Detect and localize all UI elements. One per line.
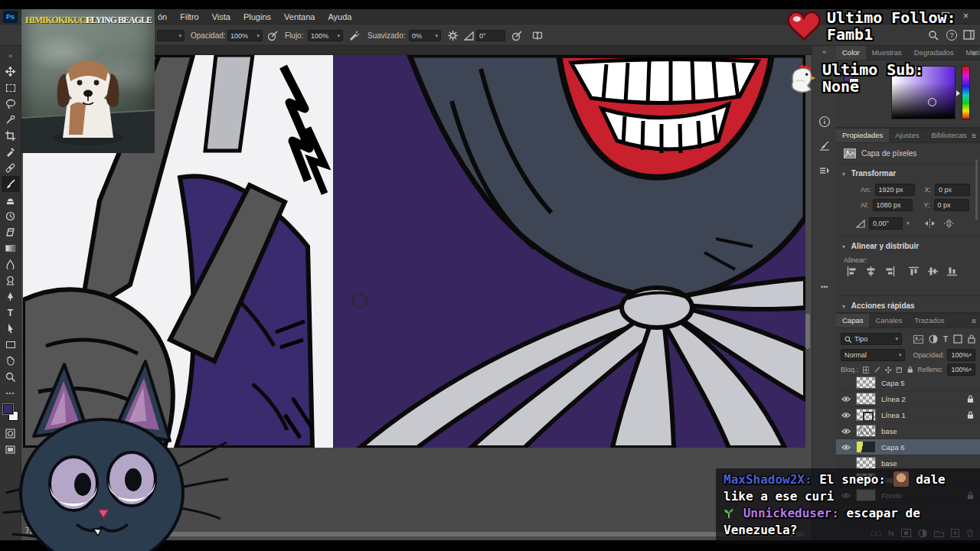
properties-scrollbar[interactable] xyxy=(975,159,978,220)
healing-brush-tool[interactable] xyxy=(2,160,20,176)
tab-ajustes[interactable]: Ajustes xyxy=(889,129,925,142)
pressure-opacity-icon[interactable] xyxy=(267,30,279,41)
brush-preset-dropdown[interactable]: ▾ xyxy=(157,30,185,41)
type-tool[interactable]: T xyxy=(2,305,20,321)
lasso-tool[interactable] xyxy=(2,96,20,112)
layer-row[interactable]: Capa 5 xyxy=(836,375,980,391)
eye-icon[interactable] xyxy=(841,428,851,435)
tab-muestras[interactable]: Muestras xyxy=(866,46,908,60)
chat-username[interactable]: MaxShadow2X: xyxy=(724,472,812,487)
canvas-vertical-scrollbar[interactable] xyxy=(805,314,810,349)
align-middle-v-icon[interactable] xyxy=(928,266,938,276)
smoothing-input[interactable]: 0%▾ xyxy=(409,30,441,41)
menu-item-ventana[interactable]: Ventana xyxy=(284,12,315,21)
history-brush-tool[interactable] xyxy=(2,208,20,224)
expand-panels-icon[interactable]: « xyxy=(822,48,826,56)
clone-stamp-tool[interactable] xyxy=(2,192,20,208)
color-picker-ring[interactable] xyxy=(928,98,936,106)
gradient-tool[interactable] xyxy=(2,240,20,256)
layer-row[interactable]: Línea 2 xyxy=(836,391,980,407)
menu-item-ayuda[interactable]: Ayuda xyxy=(328,12,351,21)
pressure-size-icon[interactable] xyxy=(511,30,523,41)
layer-filter-input[interactable]: Tipo ▾ xyxy=(841,333,902,345)
fill-input[interactable]: 100%▾ xyxy=(947,364,975,376)
lock-transparent-icon[interactable] xyxy=(863,366,869,374)
eye-icon[interactable] xyxy=(841,444,851,451)
path-select-tool[interactable] xyxy=(2,321,20,337)
flip-vertical-icon[interactable] xyxy=(944,219,954,228)
opacity-input[interactable]: 100%▾ xyxy=(227,30,263,41)
tab-bibliotecas[interactable]: Bibliotecas xyxy=(926,129,973,142)
align-bottom-icon[interactable] xyxy=(947,266,957,276)
close-window-button[interactable]: × xyxy=(963,12,969,20)
width-input[interactable]: 1920 px xyxy=(875,184,915,196)
brush-settings-panel-icon[interactable] xyxy=(818,140,831,152)
pen-tool[interactable] xyxy=(2,289,20,305)
lock-position-icon[interactable] xyxy=(885,366,891,374)
align-right-icon[interactable] xyxy=(885,266,895,276)
workspace-icon[interactable] xyxy=(963,30,975,40)
collapse-chevron-icon[interactable]: ▾ xyxy=(842,303,845,310)
filter-smart-icon[interactable] xyxy=(968,334,975,344)
marquee-tool[interactable] xyxy=(2,80,20,96)
align-top-icon[interactable] xyxy=(909,266,919,276)
airbrush-icon[interactable] xyxy=(348,30,360,41)
clone-source-panel-icon[interactable] xyxy=(818,165,831,177)
tab-motivos[interactable]: Motivos xyxy=(960,46,980,60)
blur-tool[interactable] xyxy=(2,256,20,272)
symmetry-butterfly-icon[interactable] xyxy=(531,30,544,41)
align-more-button[interactable]: ••• xyxy=(821,283,965,291)
chat-username[interactable]: Unnickeduser: xyxy=(743,506,839,520)
info-panel-icon[interactable] xyxy=(818,116,831,128)
filter-pixel-icon[interactable] xyxy=(913,335,923,344)
tab-trazados[interactable]: Trazados xyxy=(908,314,950,328)
toolbar-collapse-icon[interactable]: » xyxy=(2,47,20,64)
panel-menu-icon[interactable]: ≡ xyxy=(972,317,976,325)
menu-item-vista[interactable]: Vista xyxy=(212,12,230,21)
align-left-icon[interactable] xyxy=(847,266,857,276)
move-tool[interactable] xyxy=(2,64,20,80)
hue-slider[interactable] xyxy=(962,66,970,119)
chat-emote[interactable] xyxy=(893,471,909,487)
blend-mode-dropdown[interactable]: Normal▾ xyxy=(841,349,905,361)
collapse-chevron-icon[interactable]: ▾ xyxy=(842,243,845,250)
brush-angle-input[interactable]: 0° xyxy=(476,30,505,41)
panel-menu-icon[interactable]: ≡ xyxy=(972,132,976,140)
panel-menu-icon[interactable]: ≡ xyxy=(972,49,976,57)
menu-item-filtro[interactable]: Filtro xyxy=(180,12,198,21)
layer-row[interactable]: Línea 1 xyxy=(836,407,980,423)
x-input[interactable]: 0 px xyxy=(935,184,970,196)
canvas-horizontal-scrollbar[interactable] xyxy=(161,532,804,536)
tab-canales[interactable]: Canales xyxy=(869,314,908,328)
filter-type-icon[interactable]: T xyxy=(943,335,948,344)
filter-shape-icon[interactable] xyxy=(953,334,962,344)
collapse-chevron-icon[interactable]: ▾ xyxy=(842,171,845,178)
tab-capas[interactable]: Capas xyxy=(836,314,869,328)
lock-artboard-icon[interactable] xyxy=(896,366,902,374)
align-center-h-icon[interactable] xyxy=(866,266,876,276)
menu-item-seleccion[interactable]: ón xyxy=(158,12,167,21)
quick-selection-tool[interactable] xyxy=(2,112,20,128)
flow-input[interactable]: 100%▾ xyxy=(308,30,343,41)
menu-item-plugins[interactable]: Plugins xyxy=(243,12,271,21)
rotation-input[interactable]: 0,00° xyxy=(869,217,903,230)
brush-tool[interactable] xyxy=(2,176,20,192)
layer-row[interactable]: Capa 6 xyxy=(836,439,980,455)
eye-icon[interactable] xyxy=(841,396,851,403)
y-input[interactable]: 0 px xyxy=(934,199,969,211)
eyedropper-tool[interactable] xyxy=(2,144,20,160)
smoothing-gear-icon[interactable] xyxy=(447,30,459,41)
height-input[interactable]: 1080 px xyxy=(873,199,913,211)
tab-propiedades[interactable]: Propiedades xyxy=(836,129,889,142)
crop-tool[interactable] xyxy=(2,128,20,144)
eraser-tool[interactable] xyxy=(2,224,20,240)
layer-row[interactable]: base xyxy=(836,423,980,439)
filter-adjustment-icon[interactable] xyxy=(929,334,938,344)
lock-all-icon[interactable] xyxy=(907,365,913,374)
layers-opacity-input[interactable]: 100%▾ xyxy=(947,349,975,361)
dodge-tool[interactable] xyxy=(2,272,20,289)
tab-degradados[interactable]: Degradados xyxy=(908,46,960,60)
lock-pixels-icon[interactable] xyxy=(874,366,880,374)
tab-color[interactable]: Color xyxy=(836,46,866,60)
eye-icon[interactable] xyxy=(841,412,851,419)
